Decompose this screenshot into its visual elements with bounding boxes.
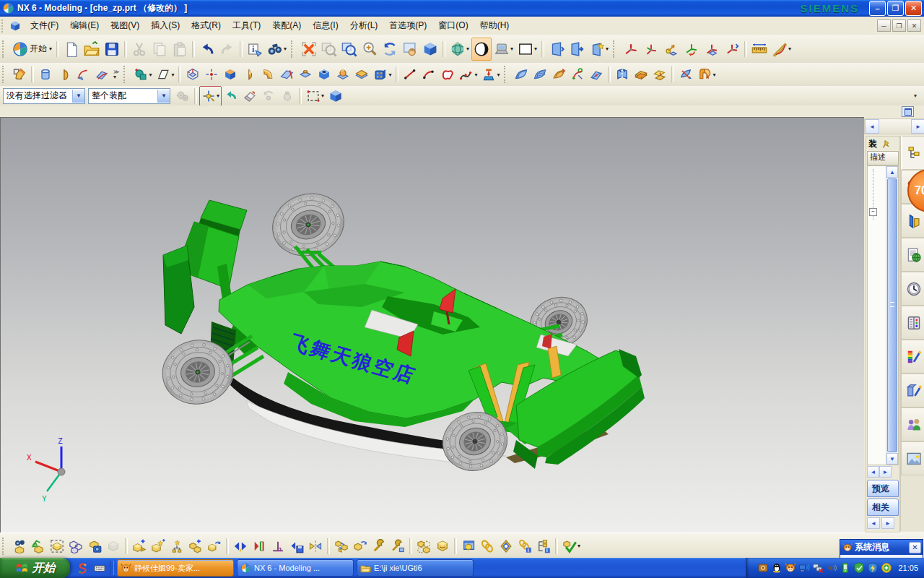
datum-plane-button[interactable]: ▾ [154,64,176,85]
sphere-button[interactable] [334,64,352,85]
selection-filter-dropdown[interactable]: 没有选择过滤器 ▼ [3,88,85,104]
through-curve-mesh-button[interactable] [531,64,549,85]
thicken-button[interactable] [632,64,650,85]
ruled-surface-button[interactable] [512,64,531,85]
dropdown-arrow-icon[interactable]: ▾ [149,72,152,78]
snap-point-button[interactable]: ▾ [199,86,222,106]
trim-body-button[interactable] [277,64,296,85]
restore-button[interactable]: ❐ [887,1,904,16]
dropdown-arrow-icon[interactable]: ▾ [606,46,609,52]
line-button[interactable] [401,64,419,85]
mdi-system-icon[interactable] [9,20,21,32]
show-component-button[interactable] [48,536,66,556]
menu-item-9[interactable]: 首选项(P) [383,17,432,34]
assembly-validation-button[interactable]: ▾ [560,536,583,556]
menu-item-0[interactable]: 文件(F) [25,17,64,34]
toolbar-grip[interactable] [123,66,128,83]
add-component-button[interactable] [130,536,149,556]
toolbar-grip[interactable] [2,40,7,58]
section-scroll-left-button[interactable]: ◄ [867,517,880,529]
model-f1-race-car[interactable]: 飞舞天狼空店 [157,185,645,478]
profile-button[interactable] [438,64,457,85]
hscroll-left-button[interactable]: ◄ [867,466,879,478]
measure-distance-button[interactable] [749,38,770,61]
check-clearance-button[interactable] [459,536,478,556]
column-header-description[interactable]: 描述 [867,151,899,165]
tray-wangwang-icon[interactable] [785,562,796,574]
pin-icon[interactable] [881,139,891,149]
menu-item-8[interactable]: 分析(L) [344,17,384,34]
fit-view-button[interactable] [299,38,319,61]
scroll-up-button[interactable]: ▲ [886,166,898,178]
exploded-views-button[interactable] [332,536,351,556]
dropdown-arrow-icon[interactable]: ▼ [157,90,170,103]
new-layout-button[interactable]: ▾ [587,38,611,61]
toolbar-overflow[interactable]: ≫▾ [113,69,119,79]
sweep-feature-button[interactable] [74,64,92,85]
perpendicular-constraint-button[interactable] [269,536,287,556]
dropdown-arrow-icon[interactable]: ▾ [474,72,477,78]
shaded-with-edges-button[interactable] [471,38,492,61]
dropdown-arrow-icon[interactable]: ▾ [712,72,715,78]
save-button[interactable] [102,38,122,61]
panel-scroll-right-button[interactable]: ► [911,119,924,134]
roles-tab[interactable] [901,407,924,441]
wcs-set-button[interactable] [722,38,742,61]
zoom-button[interactable] [319,38,339,61]
deformable-part-button[interactable] [433,536,452,556]
popup-close-button[interactable]: ✕ [909,542,921,553]
tray-volume-icon[interactable] [826,562,837,574]
history-tab[interactable] [901,272,924,306]
wcs-origin-button[interactable] [661,38,681,61]
assembly-navigator-tab[interactable] [901,136,924,170]
pad-button[interactable] [352,64,371,85]
suppressed-component-button[interactable] [104,536,123,556]
tray-mobile-icon[interactable] [840,562,851,574]
tree-collapse-node[interactable]: − [869,208,877,216]
point-button[interactable] [202,64,221,85]
revolve-button[interactable] [240,64,258,85]
arc-button[interactable] [419,64,438,85]
navigator-vertical-scrollbar[interactable]: ▲ ▼ [886,166,898,465]
panel-scroll-left-button[interactable]: ◄ [865,119,879,134]
scroll-thumb[interactable] [887,178,897,452]
scroll-down-button[interactable]: ▼ [886,453,898,465]
mdi-minimize-button[interactable]: ─ [877,20,891,32]
image-gallery-tab[interactable] [901,441,924,475]
trimmed-sheet-button[interactable] [587,64,606,85]
close-button[interactable]: ✕ [905,1,922,16]
relations-browser-button[interactable]: i [534,536,553,556]
open-file-button[interactable] [82,38,102,61]
menu-item-6[interactable]: 装配(A) [266,17,307,34]
solid-select-button[interactable] [326,86,345,106]
toolbar-grip[interactable] [2,66,7,83]
pattern-component-button[interactable] [186,536,205,556]
snapshot-button[interactable] [85,536,104,556]
quicklaunch-media-icon[interactable] [77,562,88,574]
wave-geometry-linker-button[interactable] [478,536,497,556]
undo-button[interactable] [197,38,217,61]
find-button[interactable]: ▾ [265,38,289,61]
drag-handle-button[interactable] [278,86,297,106]
dropdown-arrow-icon[interactable]: ▾ [171,72,174,78]
deselect-last-button[interactable] [222,86,240,106]
edit-sequence-button[interactable] [370,536,388,556]
menu-item-5[interactable]: 工具(T) [227,17,266,34]
quicklaunch-keyboard-icon[interactable] [94,562,105,574]
background-button[interactable]: ▾ [515,38,539,61]
product-interface-button[interactable] [497,536,515,556]
related-section-header[interactable]: 相关 [867,499,899,516]
taskbar-clock[interactable]: 21:05 [898,564,918,572]
product-outline-button[interactable] [66,536,85,556]
rotate-view-button[interactable] [380,38,400,61]
text-button[interactable]: ▾ [479,64,502,85]
scene-editor-tab[interactable] [901,374,924,407]
reuse-library-tab[interactable] [901,238,924,272]
dropdown-arrow-icon[interactable]: ▾ [321,92,324,99]
show-degrees-of-freedom-button[interactable] [250,536,269,556]
copy-button[interactable] [149,38,170,61]
assembly-constraints-button[interactable] [231,536,250,556]
new-file-button[interactable] [61,38,82,61]
toolbar-overflow-arrow[interactable]: ▾ [914,92,917,99]
minimize-button[interactable]: – [869,1,886,16]
